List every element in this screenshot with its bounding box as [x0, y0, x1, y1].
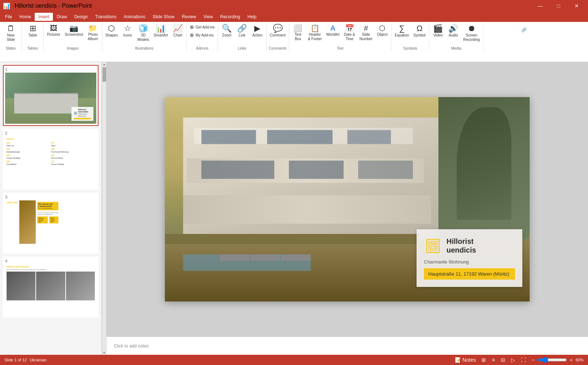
ribbon-group-links: 🔍 Zoom 🔗 Link ▶ Action Links — [218, 23, 267, 50]
svg-rect-6 — [435, 245, 437, 247]
comment-button[interactable]: 💬 Comment — [268, 23, 287, 39]
equation-button[interactable]: ∑ Equation — [393, 23, 411, 39]
notes-toggle-button[interactable]: 📝 Notes — [453, 356, 477, 364]
comment-icon: 💬 — [273, 24, 283, 32]
action-button[interactable]: ▶ Action — [250, 23, 265, 39]
ribbon-group-images: 🖼 Pictures 📷 Screenshot 📁 PhotoAlbum Ima… — [44, 23, 102, 50]
chart-button[interactable]: 📈 Chart — [170, 23, 185, 39]
symbol-button[interactable]: Ω Symbol — [411, 23, 427, 39]
slide-number-button[interactable]: # SlideNumber — [357, 23, 374, 42]
wordart-button[interactable]: A WordArt — [324, 23, 341, 38]
icons-icon: ☆ — [124, 24, 131, 32]
ribbon-group-slides: 🗒 NewSlide Slides — [0, 23, 22, 50]
icons-button[interactable]: ☆ Icons — [120, 23, 135, 39]
zoom-control: − + 60% — [530, 356, 584, 364]
ribbon-group-illustrations: ⬡ Shapes ☆ Icons 🧊 3DModels 📊 SmartArt 📈 — [102, 23, 187, 50]
scroll-thumb[interactable] — [102, 67, 106, 82]
zoom-slider[interactable] — [538, 357, 567, 363]
menu-item-insert[interactable]: Insert — [35, 13, 53, 21]
outline-view-icon: ≡ — [492, 357, 495, 363]
date-time-button[interactable]: 📅 Date &Time — [342, 23, 357, 42]
smartart-icon: 📊 — [156, 24, 166, 32]
my-addins-icon: ⊕ — [190, 32, 194, 38]
menu-item-animations[interactable]: Animations — [120, 13, 149, 21]
smartart-button[interactable]: 📊 SmartArt — [152, 23, 170, 39]
svg-rect-4 — [429, 245, 431, 247]
property-subtitle: Charmante Wohnung — [424, 259, 515, 265]
link-button[interactable]: 🔗 Link — [235, 23, 249, 39]
new-slide-button[interactable]: 🗒 NewSlide — [4, 23, 18, 43]
zoom-icon: 🔍 — [222, 24, 232, 32]
menu-bar: File Home Insert Draw Design Transitions… — [0, 12, 588, 22]
screenshot-button[interactable]: 📷 Screenshot — [63, 23, 85, 38]
minimize-button[interactable]: — — [532, 0, 549, 12]
zoom-in-button[interactable]: + — [568, 356, 574, 364]
main-layout: 1 🏢 HilloristImmobilia Charmante Wohnung — [0, 62, 588, 355]
header-footer-button[interactable]: 📋 Header& Footer — [306, 23, 324, 42]
table-icon: ⊞ — [30, 24, 36, 32]
notes-bar[interactable]: Click to add notes — [107, 337, 588, 355]
menu-item-help[interactable]: Help — [244, 13, 260, 21]
pictures-button[interactable]: 🖼 Pictures — [45, 23, 62, 38]
menu-item-design[interactable]: Design — [70, 13, 91, 21]
zoom-out-button[interactable]: − — [530, 356, 536, 364]
text-box-button[interactable]: ⬜ TextBox — [291, 23, 305, 42]
slide-thumbnail-1[interactable]: 1 🏢 HilloristImmobilia Charmante Wohnung — [3, 65, 98, 126]
presenter-view-button[interactable]: ⛶ — [519, 356, 527, 364]
table-button[interactable]: ⊞ Table — [26, 23, 40, 39]
menu-item-slideshow[interactable]: Slide Show — [149, 13, 178, 21]
menu-item-file[interactable]: File — [1, 13, 16, 21]
chart-icon: 📈 — [173, 24, 183, 32]
video-button[interactable]: 🎬 Video — [431, 23, 445, 39]
screen-recording-icon: ⏺ — [468, 24, 476, 32]
zoom-button[interactable]: 🔍 Zoom — [220, 23, 234, 39]
slide-sorter-button[interactable]: ⊟ — [499, 356, 507, 364]
ribbon-group-symbols: ∑ Equation Ω Symbol Symbols — [391, 23, 429, 50]
photo-album-button[interactable]: 📁 PhotoAlbum — [86, 23, 100, 42]
svg-rect-1 — [429, 241, 431, 243]
object-icon: ⬡ — [379, 24, 385, 32]
share-button[interactable]: 🔗 Share — [517, 26, 544, 34]
menu-item-view[interactable]: View — [200, 13, 217, 21]
screen-recording-button[interactable]: ⏺ ScreenRecording — [461, 23, 482, 43]
audio-button[interactable]: 🔊 Audio — [446, 23, 461, 39]
maximize-button[interactable]: □ — [550, 0, 567, 12]
ribbon-group-comments: 💬 Comment Comments — [267, 23, 289, 50]
object-button[interactable]: ⬡ Object — [375, 23, 390, 38]
menu-item-review[interactable]: Review — [178, 13, 200, 21]
slide-thumbnail-4[interactable]: 4 DIENSTLEISTUNGEN Sed ut perspiciatis u… — [3, 257, 98, 318]
notes-placeholder: Click to add notes — [114, 343, 148, 349]
slide-thumbnail-2[interactable]: 2 INHALT 03Über uns 07Team 04Dienstleist… — [3, 129, 98, 190]
notes-icon: 📝 — [455, 357, 461, 363]
main-slide[interactable]: Hillorist uendicis Charmante Wohnung Hau… — [165, 97, 530, 301]
menu-item-draw[interactable]: Draw — [53, 13, 70, 21]
scroll-down-arrow[interactable]: ▼ — [102, 350, 107, 355]
3d-models-button[interactable]: 🧊 3DModels — [136, 23, 151, 43]
canvas-area: Hillorist uendicis Charmante Wohnung Hau… — [107, 62, 588, 355]
normal-view-icon: ⊞ — [481, 357, 486, 363]
menu-item-transitions[interactable]: Transitions — [92, 13, 120, 21]
normal-view-button[interactable]: ⊞ — [480, 356, 487, 364]
menu-item-home[interactable]: Home — [16, 13, 35, 21]
language-indicator: Ukrainian — [30, 358, 46, 362]
svg-rect-5 — [432, 245, 434, 247]
my-addins-button[interactable]: ⊕ My Add-ins — [188, 31, 216, 39]
app-icon: 📊 — [3, 3, 10, 9]
building-icon — [424, 237, 442, 255]
menu-item-recording[interactable]: Recording — [217, 13, 244, 21]
slide-canvas[interactable]: Hillorist uendicis Charmante Wohnung Hau… — [107, 62, 588, 337]
svg-rect-3 — [435, 241, 437, 243]
scroll-up-arrow[interactable]: ▲ — [102, 62, 107, 66]
get-addins-button[interactable]: ⊕ Get Add-ins — [188, 23, 216, 31]
close-button[interactable]: ✕ — [568, 0, 585, 12]
window-controls: — □ ✕ — [532, 0, 585, 12]
outline-view-button[interactable]: ≡ — [490, 356, 496, 364]
slide-thumbnail-3[interactable]: 3 ÜBER UNS Wir bauen mit Leidenschaft fü… — [3, 193, 98, 254]
shapes-button[interactable]: ⬡ Shapes — [104, 23, 120, 39]
wordart-icon: A — [330, 24, 335, 32]
slide-panel-scrollbar[interactable]: ▲ ▼ — [102, 62, 106, 355]
reading-view-icon: ▷ — [511, 357, 515, 363]
reading-view-button[interactable]: ▷ — [510, 356, 517, 364]
ribbon-group-text: ⬜ TextBox 📋 Header& Footer A WordArt 📅 D… — [289, 23, 391, 50]
svg-rect-7 — [429, 248, 431, 250]
